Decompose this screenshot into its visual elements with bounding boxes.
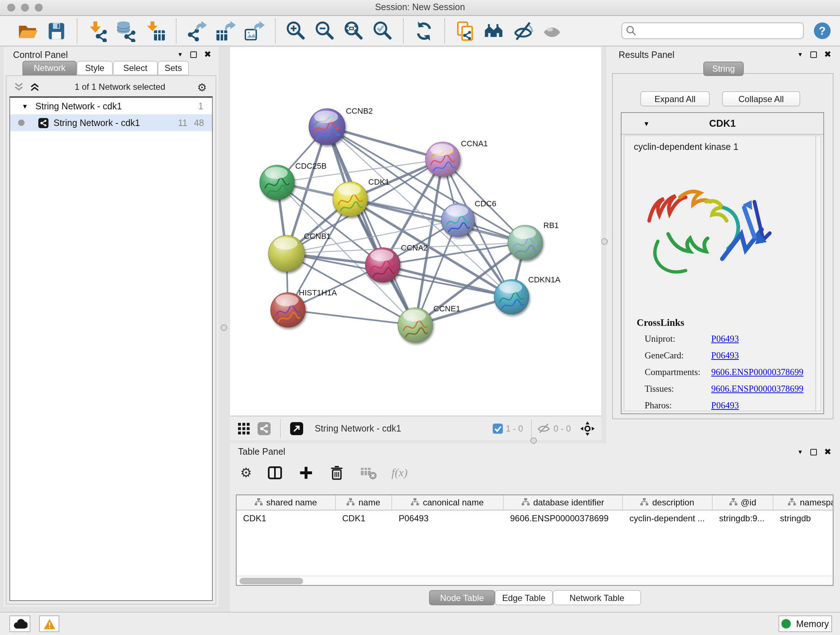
network-collection-row[interactable]: ▼ String Network - cdk1 1	[10, 98, 212, 114]
table-hscrollbar-thumb[interactable]	[240, 578, 303, 584]
window-title: Session: New Session	[0, 0, 840, 15]
crosslink-label: Pharos:	[645, 401, 672, 410]
column-header-description[interactable]: description	[623, 495, 713, 510]
column-header-namespace[interactable]: namespace	[774, 495, 834, 510]
node-label-CDK1: CDK1	[368, 177, 390, 187]
collection-collapse-icon[interactable]: ▼	[22, 103, 28, 110]
panel-menu-icon[interactable]: ▼	[797, 448, 803, 455]
panel-menu-icon[interactable]: ▼	[177, 51, 183, 57]
network-share-icon[interactable]	[256, 420, 272, 436]
column-header-name[interactable]: name	[336, 495, 392, 510]
show-graphics-details-icon[interactable]	[540, 19, 564, 42]
crosslink-row: GeneCard:P06493	[645, 350, 815, 365]
help-icon[interactable]: ?	[813, 22, 831, 40]
function-builder-icon: f(x)	[392, 466, 407, 479]
hidden-eye-icon[interactable]	[537, 423, 551, 434]
selected-counts: 1 - 0	[506, 423, 523, 433]
zoom-in-icon[interactable]	[284, 19, 308, 42]
delete-column-icon[interactable]	[328, 464, 345, 481]
float-panel-icon[interactable]	[190, 51, 197, 57]
warning-status-icon[interactable]	[39, 616, 59, 632]
detach-view-icon[interactable]	[289, 420, 305, 436]
save-session-icon[interactable]	[45, 19, 68, 42]
add-column-icon[interactable]	[298, 465, 314, 481]
hide-graphics-details-icon[interactable]	[512, 19, 535, 42]
export-image-icon[interactable]	[243, 19, 266, 42]
column-header-canonicalname[interactable]: canonical name	[392, 495, 504, 510]
crosslink-link[interactable]: 9606.ENSP00000378699	[711, 367, 804, 378]
network-tree: ▼ String Network - cdk1 1 String Network…	[9, 96, 213, 601]
crosslink-link[interactable]: P06493	[711, 401, 739, 411]
tab-edge-table[interactable]: Edge Table	[495, 590, 553, 605]
import-network-from-file-icon[interactable]	[86, 19, 109, 42]
zoom-selected-icon[interactable]	[371, 19, 394, 42]
entry-collapse-icon[interactable]: ▼	[643, 120, 650, 127]
show-columns-icon[interactable]	[266, 464, 284, 481]
import-table-from-file-icon[interactable]	[144, 19, 167, 42]
tab-network-table[interactable]: Network Table	[553, 590, 641, 605]
tab-node-table[interactable]: Node Table	[429, 590, 495, 605]
string-protein-query-icon[interactable]	[483, 19, 506, 42]
export-network-icon[interactable]	[185, 19, 208, 42]
table-options-gear-icon[interactable]: ⚙	[240, 466, 252, 479]
duplicate-network-icon[interactable]	[454, 19, 477, 42]
crosslink-link[interactable]: P06493	[711, 334, 739, 345]
cloud-status-icon[interactable]	[9, 616, 30, 632]
column-header-id[interactable]: @id	[713, 495, 774, 510]
tab-sets[interactable]: Sets	[158, 61, 189, 75]
maximize-window-icon[interactable]	[35, 4, 43, 11]
minimize-window-icon[interactable]	[21, 4, 29, 11]
import-network-from-database-icon[interactable]	[115, 19, 138, 42]
column-header-databaseidentifier[interactable]: database identifier	[504, 495, 623, 510]
table-cell: 9606.ENSP00000378699	[504, 510, 623, 526]
zoom-out-icon[interactable]	[313, 19, 336, 42]
network-canvas[interactable]: CCNB2CCNA1CDC25BCDK1CDC6RB1CCNB1CCNA2CDK…	[230, 47, 601, 416]
float-panel-icon[interactable]	[810, 448, 817, 455]
column-header-sharedname[interactable]: shared name	[237, 495, 336, 510]
results-scrollbar[interactable]	[815, 136, 821, 410]
crosslink-link[interactable]: 9606.ENSP00000378699	[711, 384, 804, 394]
zoom-fit-content-icon[interactable]	[342, 19, 365, 42]
node-entry-header[interactable]: ▼ CDK1	[622, 113, 823, 135]
node-label-HIST1H1A: HIST1H1A	[299, 288, 337, 297]
apply-preferred-layout-icon[interactable]	[412, 19, 436, 42]
expand-all-button[interactable]: Expand All	[640, 91, 710, 106]
crosslink-row: Tissues:9606.ENSP00000378699	[645, 384, 815, 398]
table-hscrollbar[interactable]	[237, 576, 833, 585]
expand-all-networks-icon[interactable]	[30, 82, 40, 91]
close-panel-icon[interactable]: ✖	[824, 49, 831, 59]
tab-network[interactable]: Network	[22, 61, 77, 75]
right-splitter-handle[interactable]	[601, 238, 608, 245]
crosslink-link[interactable]: P06493	[711, 350, 739, 361]
crosslink-label: Compartments:	[645, 367, 700, 377]
tree-glyph-icon	[522, 497, 530, 508]
left-splitter-handle[interactable]	[221, 325, 227, 331]
cytoscape-window: Session: New Session ? Control Panel ▼ ✖…	[0, 0, 840, 635]
selected-checkbox-icon[interactable]	[493, 423, 503, 433]
network-row[interactable]: String Network - cdk1 11 48	[10, 114, 212, 131]
results-panel-title: Results Panel	[619, 50, 674, 60]
close-window-icon[interactable]	[7, 4, 15, 11]
search-box	[622, 22, 804, 39]
grid-view-icon[interactable]	[236, 420, 252, 436]
open-session-icon[interactable]	[16, 19, 39, 42]
bottom-splitter-handle[interactable]	[531, 437, 537, 444]
float-panel-icon[interactable]	[810, 51, 817, 57]
close-panel-icon[interactable]: ✖	[204, 49, 211, 59]
network-options-gear-icon[interactable]: ⚙	[197, 81, 207, 92]
status-bar: Memory	[0, 612, 840, 635]
table-tabs: Node TableEdge TableNetwork Table	[230, 590, 840, 605]
tree-glyph-icon	[347, 497, 355, 508]
search-input[interactable]	[622, 22, 804, 39]
export-table-icon[interactable]	[214, 19, 237, 42]
collapse-all-button[interactable]: Collapse All	[722, 91, 800, 106]
memory-button[interactable]: Memory	[778, 616, 832, 632]
panel-menu-icon[interactable]: ▼	[797, 51, 803, 57]
tab-string[interactable]: String	[703, 62, 744, 76]
birdseye-navigator-icon[interactable]	[579, 420, 595, 436]
tab-style[interactable]: Style	[77, 61, 113, 75]
collapse-all-networks-icon[interactable]	[14, 82, 24, 91]
close-panel-icon[interactable]: ✖	[824, 447, 831, 457]
tab-select[interactable]: Select	[113, 61, 158, 75]
table-row[interactable]: CDK1CDK1P064939606.ENSP00000378699cyclin…	[237, 510, 833, 526]
